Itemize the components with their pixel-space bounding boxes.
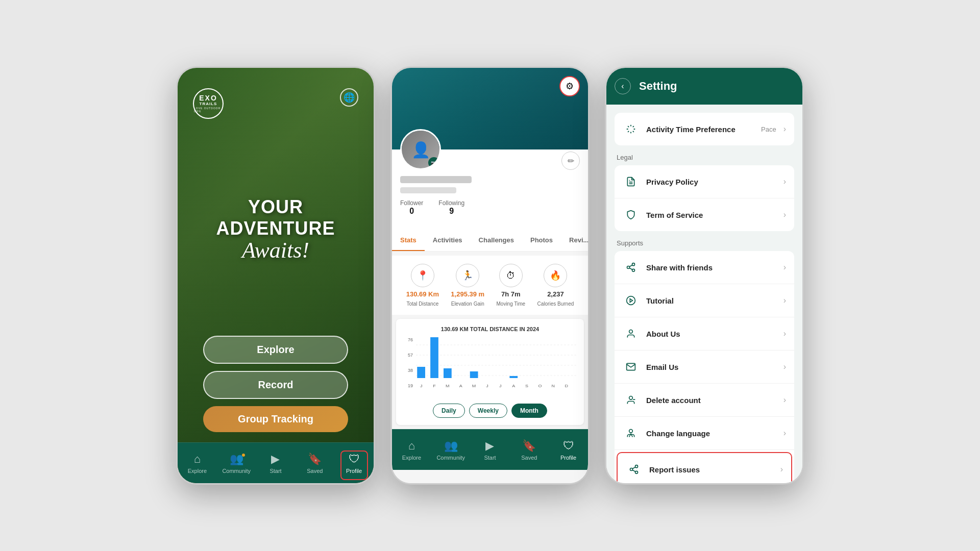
tab-challenges[interactable]: Challenges xyxy=(471,230,522,251)
distance-icon: 📍 xyxy=(411,264,434,287)
privacy-policy-arrow: › xyxy=(783,177,786,186)
community-dot xyxy=(242,454,245,457)
explore-label: Explore xyxy=(188,468,207,474)
distance-value: 130.69 Km xyxy=(406,290,439,298)
settings-header: ‹ Setting xyxy=(606,68,802,105)
privacy-policy-row[interactable]: Privacy Policy › xyxy=(615,165,794,198)
term-of-service-icon xyxy=(623,207,639,223)
record-button[interactable]: Record xyxy=(203,371,348,399)
phone-screen-1: EXO TRAILS LOVE OUTDOOR LIFE 🌐 YOUR ADVE… xyxy=(176,66,375,485)
svg-line-45 xyxy=(632,467,635,468)
elevation-icon: 🏃 xyxy=(456,264,479,287)
tutorial-row[interactable]: Tutorial › xyxy=(615,284,794,317)
svg-text:A: A xyxy=(459,383,462,388)
follower-label: Follower xyxy=(400,199,423,207)
report-issues-arrow: › xyxy=(780,465,783,474)
about-us-row[interactable]: About Us › xyxy=(615,317,794,350)
email-us-row[interactable]: Email Us › xyxy=(615,350,794,384)
y-label-57: 57 xyxy=(408,353,413,358)
delete-account-label: Delete account xyxy=(646,396,776,405)
activity-pref-icon xyxy=(623,121,639,137)
term-of-service-row[interactable]: Term of Service › xyxy=(615,198,794,231)
community-label-2: Community xyxy=(436,455,465,461)
back-button[interactable]: ‹ xyxy=(615,78,631,94)
explore-button[interactable]: Explore xyxy=(203,336,348,364)
delete-account-row[interactable]: Delete account › xyxy=(615,384,794,417)
report-issues-label: Report issues xyxy=(649,465,773,474)
bottom-nav-2: ⌂ Explore 👥 Community ▶ Start 🔖 Saved 🛡 … xyxy=(392,429,588,470)
settings-gear-button[interactable]: ⚙ xyxy=(559,76,580,96)
avatar-camera-icon[interactable]: 📷 xyxy=(428,157,439,168)
distance-label: Total Distance xyxy=(406,301,438,307)
calories-value: 2,237 xyxy=(547,290,564,298)
about-us-icon xyxy=(623,325,639,342)
community-icon-2: 👥 xyxy=(444,439,458,453)
avatar-row: 👤 📷 ✏ xyxy=(400,129,580,170)
change-language-row[interactable]: Change language › xyxy=(615,417,794,450)
nav-start[interactable]: ▶ Start xyxy=(256,453,296,474)
share-icon xyxy=(623,259,639,276)
month-filter-button[interactable]: Month xyxy=(511,404,547,418)
logo-subtitle: LOVE OUTDOOR LIFE xyxy=(194,107,223,113)
profile-icon: 🛡 xyxy=(349,453,360,466)
profile-info: 👤 📷 ✏ Follower 0 Following 9 xyxy=(392,149,588,230)
tab-photos[interactable]: Photos xyxy=(522,230,561,251)
activity-pref-row[interactable]: Activity Time Preference Pace › xyxy=(615,113,794,145)
group-tracking-button[interactable]: Group Tracking xyxy=(203,406,348,432)
phone-screen-3: ‹ Setting Activity Time Preference Pace … xyxy=(605,66,804,485)
tab-reviews[interactable]: Revi... xyxy=(561,230,588,251)
activity-pref-arrow: › xyxy=(783,124,786,134)
profile-name-bar2 xyxy=(400,187,456,193)
logo-circle: EXO TRAILS LOVE OUTDOOR LIFE xyxy=(193,88,224,119)
explore-icon: ⌂ xyxy=(194,453,201,466)
email-us-arrow: › xyxy=(783,362,786,371)
start-label-2: Start xyxy=(484,455,496,461)
nav-profile-2[interactable]: 🛡 Profile xyxy=(549,439,588,461)
svg-rect-5 xyxy=(430,337,438,378)
delete-account-arrow: › xyxy=(783,395,786,405)
nav-saved-2[interactable]: 🔖 Saved xyxy=(509,439,549,461)
report-issues-icon xyxy=(626,461,642,478)
nav-community-2[interactable]: 👥 Community xyxy=(431,439,471,461)
follower-count: 0 xyxy=(400,207,423,216)
saved-icon-2: 🔖 xyxy=(522,439,536,453)
share-label: Share with friends xyxy=(646,263,776,272)
nav-profile[interactable]: 🛡 Profile xyxy=(334,453,374,474)
y-label-76: 76 xyxy=(408,337,413,342)
tab-activities[interactable]: Activities xyxy=(425,230,471,251)
home-header: EXO TRAILS LOVE OUTDOOR LIFE 🌐 xyxy=(193,88,358,119)
globe-icon[interactable]: 🌐 xyxy=(340,88,358,107)
svg-rect-4 xyxy=(417,367,425,378)
calories-icon: 🔥 xyxy=(544,264,567,287)
tab-stats[interactable]: Stats xyxy=(392,230,425,251)
svg-point-40 xyxy=(629,430,633,433)
svg-text:O: O xyxy=(538,383,542,388)
email-us-label: Email Us xyxy=(646,363,776,371)
svg-point-32 xyxy=(632,269,635,271)
svg-line-44 xyxy=(632,470,635,471)
svg-line-33 xyxy=(629,268,632,269)
chart-time-filters: Daily Weekly Month xyxy=(403,404,577,418)
share-row[interactable]: Share with friends › xyxy=(615,251,794,284)
svg-point-38 xyxy=(629,396,633,400)
daily-filter-button[interactable]: Daily xyxy=(433,404,465,418)
about-us-label: About Us xyxy=(646,330,776,338)
logo-trails: TRAILS xyxy=(200,102,217,106)
nav-saved[interactable]: 🔖 Saved xyxy=(295,453,334,474)
start-label: Start xyxy=(270,468,281,474)
home-buttons: Explore Record Group Tracking xyxy=(193,325,358,432)
follower-item: Follower 0 xyxy=(400,199,423,216)
weekly-filter-button[interactable]: Weekly xyxy=(469,404,507,418)
logo: EXO TRAILS LOVE OUTDOOR LIFE xyxy=(193,88,224,119)
time-icon: ⏱ xyxy=(499,264,523,287)
nav-explore-2[interactable]: ⌂ Explore xyxy=(392,439,431,461)
nav-start-2[interactable]: ▶ Start xyxy=(471,439,510,461)
nav-explore[interactable]: ⌂ Explore xyxy=(178,453,217,474)
tutorial-label: Tutorial xyxy=(646,296,776,305)
home-screen: EXO TRAILS LOVE OUTDOOR LIFE 🌐 YOUR ADVE… xyxy=(178,68,374,483)
report-issues-row[interactable]: Report issues › xyxy=(617,452,792,483)
edit-profile-button[interactable]: ✏ xyxy=(561,152,580,170)
nav-community[interactable]: 👥 Community xyxy=(217,453,256,474)
calories-label: Calories Burned xyxy=(537,301,574,307)
svg-rect-8 xyxy=(470,371,478,378)
